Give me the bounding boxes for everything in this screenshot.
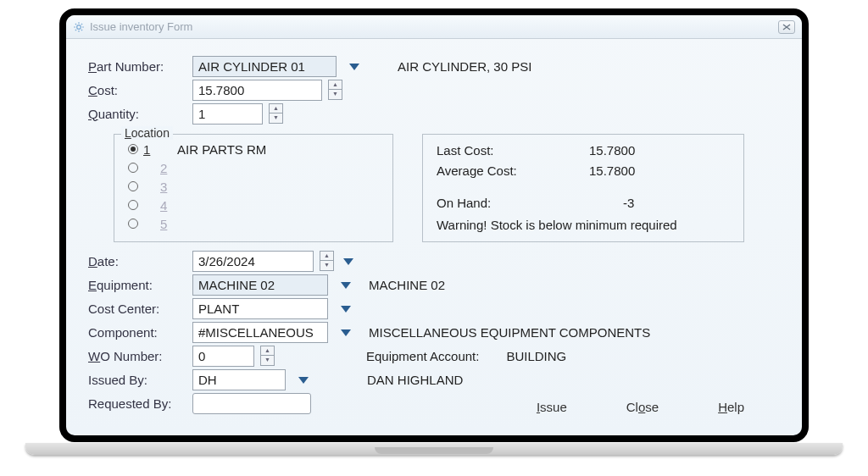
component-label: Component: — [88, 325, 186, 340]
issued-by-label: Issued By: — [88, 373, 186, 387]
date-spinner[interactable]: ▲▼ — [320, 251, 334, 271]
equipment-dropdown[interactable] — [340, 278, 352, 292]
spin-up-icon[interactable]: ▲ — [320, 251, 334, 261]
part-description: AIR CYLINDER, 30 PSI — [398, 59, 531, 74]
cost-center-dropdown[interactable] — [340, 302, 352, 316]
location-selected-desc: AIR PARTS RM — [177, 142, 266, 157]
svg-line-7 — [75, 29, 76, 30]
cost-input[interactable]: 15.7800 — [192, 80, 322, 101]
equipment-account-label: Equipment Account: — [366, 349, 479, 363]
component-dropdown[interactable] — [340, 325, 352, 340]
avg-cost-value: 15.7800 — [589, 163, 635, 184]
svg-marker-12 — [343, 258, 353, 265]
cost-label: Cost: — [88, 83, 186, 97]
spin-up-icon[interactable]: ▲ — [328, 80, 342, 90]
spin-down-icon[interactable]: ▼ — [320, 261, 334, 271]
onhand-value: -3 — [589, 196, 634, 216]
quantity-input[interactable]: 1 — [192, 103, 263, 125]
close-button[interactable]: Close — [626, 400, 659, 414]
svg-marker-11 — [349, 64, 359, 70]
close-icon — [782, 24, 791, 30]
equipment-desc: MACHINE 02 — [369, 278, 445, 292]
part-number-label: Part Number: — [88, 59, 186, 74]
requested-by-input[interactable] — [192, 393, 311, 414]
location-radio-3[interactable] — [128, 181, 138, 191]
wo-spinner[interactable]: ▲▼ — [260, 346, 275, 366]
date-input[interactable]: 3/26/2024 — [192, 251, 314, 272]
svg-marker-13 — [341, 282, 351, 289]
location-radio-4-label[interactable]: 4 — [160, 198, 172, 213]
quantity-label: Quantity: — [88, 107, 186, 121]
stock-warning: Warning! Stock is below minimum required — [437, 218, 730, 232]
location-panel: Location 1 AIR PARTS RM 2 3 4 5 — [114, 134, 393, 242]
onhand-label: On Hand: — [437, 196, 589, 216]
location-radio-5-label[interactable]: 5 — [160, 217, 172, 231]
location-legend: Location — [121, 126, 173, 140]
svg-marker-16 — [298, 377, 309, 384]
date-label: Date: — [88, 254, 186, 268]
location-radio-2[interactable] — [128, 163, 138, 173]
cost-center-label: Cost Center: — [88, 302, 186, 316]
location-radio-1-label[interactable]: 1 — [143, 142, 155, 157]
last-cost-value: 15.7800 — [589, 143, 635, 163]
help-button[interactable]: Help — [718, 400, 744, 414]
window-title: Issue inventory Form — [90, 20, 773, 33]
location-radio-3-label[interactable]: 3 — [160, 180, 172, 194]
gear-icon — [73, 21, 85, 33]
window-titlebar: Issue inventory Form — [66, 15, 802, 39]
cost-center-input[interactable]: PLANT — [192, 298, 328, 319]
last-cost-label: Last Cost: — [437, 143, 589, 163]
equipment-label: Equipment: — [88, 278, 186, 292]
issued-by-dropdown[interactable] — [298, 373, 309, 387]
wo-number-label: WO Number: — [88, 349, 186, 363]
window-close-button[interactable] — [778, 20, 795, 34]
requested-by-label: Requested By: — [88, 396, 186, 411]
spin-down-icon[interactable]: ▼ — [328, 90, 342, 100]
equipment-input[interactable]: MACHINE 02 — [192, 274, 328, 296]
spin-up-icon[interactable]: ▲ — [269, 103, 283, 113]
quantity-spinner[interactable]: ▲▼ — [269, 103, 283, 124]
svg-marker-14 — [341, 306, 351, 313]
svg-line-8 — [81, 23, 82, 24]
svg-marker-15 — [341, 329, 351, 336]
cost-info-panel: Last Cost:15.7800 Average Cost:15.7800 O… — [422, 134, 744, 242]
equipment-account-value: BUILDING — [506, 349, 566, 363]
spin-up-icon[interactable]: ▲ — [260, 346, 275, 356]
issued-by-desc: DAN HIGHLAND — [367, 373, 463, 387]
location-radio-1[interactable] — [128, 144, 138, 154]
part-number-dropdown[interactable] — [348, 59, 360, 74]
location-radio-5[interactable] — [128, 219, 138, 229]
spin-down-icon[interactable]: ▼ — [260, 356, 275, 366]
component-desc: MISCELLANEOUS EQUIPMENT COMPONENTS — [369, 325, 650, 340]
cost-spinner[interactable]: ▲▼ — [328, 80, 342, 100]
issue-button[interactable]: Issue — [537, 400, 567, 414]
location-radio-4[interactable] — [128, 200, 138, 210]
spin-down-icon[interactable]: ▼ — [269, 113, 283, 124]
svg-point-0 — [77, 25, 81, 29]
location-radio-2-label[interactable]: 2 — [160, 161, 172, 175]
wo-number-input[interactable]: 0 — [192, 346, 254, 367]
avg-cost-label: Average Cost: — [437, 163, 589, 184]
svg-line-6 — [81, 29, 82, 30]
date-dropdown[interactable] — [342, 254, 354, 268]
component-input[interactable]: #MISCELLANEOUS — [192, 322, 328, 343]
part-number-input[interactable]: AIR CYLINDER 01 — [192, 56, 337, 77]
issued-by-input[interactable]: DH — [192, 369, 286, 390]
svg-line-5 — [75, 23, 76, 24]
